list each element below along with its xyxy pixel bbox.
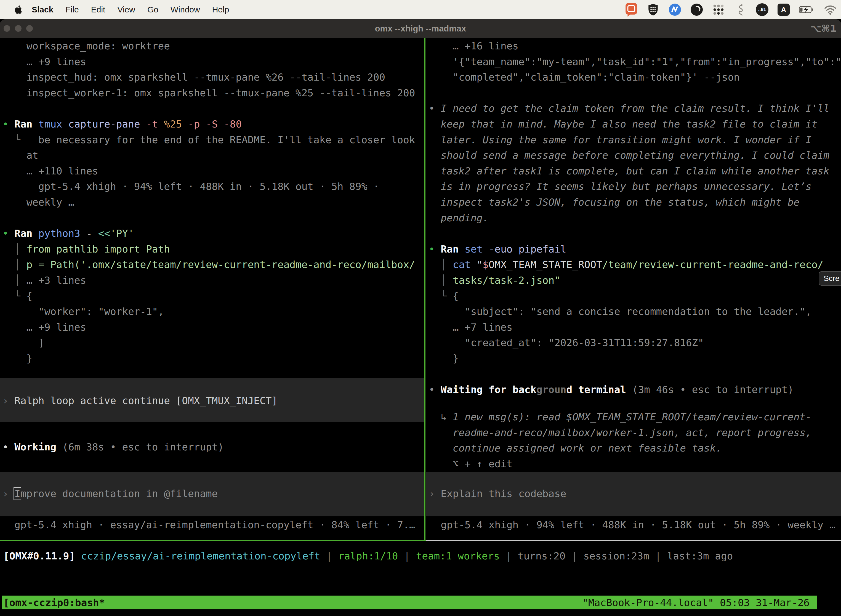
text-segment [182, 119, 188, 130]
pane-status-line: gpt-5.4 xhigh · 94% left · 488K in · 5.1… [426, 517, 841, 533]
text-segment: | [649, 550, 667, 562]
terminal-line: │ … +3 lines [0, 273, 424, 288]
terminal-line: "subject": "send a concise recommendatio… [426, 304, 841, 320]
text-segment: } [3, 353, 32, 364]
omx-status-line: [OMX#0.11.9] cczip/essay/ai-reimplementa… [0, 548, 841, 564]
menu-bar-left: Slack FileEditViewGoWindowHelp [0, 5, 229, 14]
text-segment: Ran [14, 119, 32, 130]
text-segment: gpt-5.4 xhigh · essay/ai-reimplementatio… [3, 519, 415, 531]
text-segment [32, 119, 38, 130]
shield-keypad-icon[interactable] [647, 3, 659, 16]
text-segment: inspect task2's JSON, focusing on the st… [429, 197, 800, 208]
chat-app-icon[interactable] [625, 3, 638, 17]
text-segment: " [471, 259, 483, 270]
menu-item-view[interactable]: View [117, 5, 135, 14]
text-segment: task2 after task1 is complete, but can I… [429, 165, 829, 177]
squiggle-icon[interactable] [734, 3, 747, 16]
pulse-app-icon[interactable] [668, 3, 681, 16]
text-segment: (3m 46s • esc to interrupt) [626, 384, 794, 395]
tmux-session-label: [omx-cczip0:bash* [3, 597, 105, 608]
text-segment: ↳ 1 new msg(s): read $OMX_TEAM_STATE_ROO… [429, 411, 812, 422]
terminal-line: continue assigned work or next feasible … [426, 440, 841, 456]
right-pane: … +16 lines '{"team_name":"my-team","tas… [426, 38, 841, 540]
terminal-line: is in progress? It seems likely but perh… [426, 179, 841, 195]
menu-item-help[interactable]: Help [212, 5, 229, 14]
text-segment: Ran [14, 228, 32, 239]
menu-item-window[interactable]: Window [170, 5, 200, 14]
battery-icon[interactable] [799, 6, 815, 14]
text-segment: … +7 lines [429, 321, 512, 333]
edit-hint: ⌥ + ↑ edit [426, 456, 841, 472]
text-segment: continue assigned work or next feasible … [429, 442, 722, 454]
menu-item-edit[interactable]: Edit [91, 5, 105, 14]
text-segment: ⌥ + ↑ edit [429, 458, 512, 469]
text-segment: session:23m [583, 550, 649, 562]
prompt-input-text: › Explain this codebase [426, 486, 841, 502]
text-segment: │ [429, 274, 453, 286]
text-segment: is in progress? It seems likely but perh… [429, 181, 812, 192]
text-segment: I need to get the claim token from the c… [441, 103, 829, 114]
text-segment: ralph:1/10 [338, 550, 398, 562]
count-badge-icon[interactable]: ..61 [756, 3, 768, 16]
text-segment: └ [3, 134, 38, 145]
text-segment: d terminal [567, 384, 626, 395]
terminal-line: "created_at": "2026-03-31T11:59:27.816Z" [426, 335, 841, 351]
ran-command-python: • Ran python3 - <<'PY' [0, 226, 424, 242]
terminal-line: │ p = Path('.omx/state/team/review-curre… [0, 257, 424, 273]
text-segment: tasks/task-2.json" [453, 274, 560, 286]
apple-menu-icon[interactable] [14, 5, 22, 14]
moon-app-icon[interactable] [690, 3, 703, 16]
text-segment: "created_at": "2026-03-31T11:59:27.816Z" [429, 337, 704, 348]
text-segment: readme-and-reco/mailbox/worker-1.json, a… [429, 427, 812, 438]
terminal-line: weekly … [0, 195, 424, 210]
text-segment: │ [3, 243, 26, 255]
working-status: • Working (6m 38s • esc to interrupt) [0, 439, 424, 455]
desktop: Slack FileEditViewGoWindowHelp ..61 [0, 0, 841, 616]
text-segment: … +9 lines [3, 321, 86, 333]
text-segment: { [453, 290, 459, 302]
menu-bar-status-icons: ..61 A [625, 3, 841, 17]
text-segment [200, 119, 206, 130]
text-segment: gpt-5.4 xhigh · 94% left · 488K in · 5.1… [3, 181, 379, 192]
text-segment: • [429, 243, 441, 255]
input-source-icon[interactable]: A [778, 4, 790, 16]
text-segment: OMX_TEAM_STATE_ROOT [489, 259, 602, 270]
terminal-line: "worker": "worker-1", [0, 304, 424, 320]
text-segment: groun [536, 384, 566, 395]
text-segment: be necessary for the end of the README. … [38, 134, 415, 145]
screen-tooltip: Scre [819, 271, 841, 286]
pane-divider[interactable] [424, 38, 425, 541]
text-segment: -t [146, 119, 158, 130]
dots-grid-icon[interactable] [712, 3, 725, 16]
left-pane-border [0, 540, 426, 541]
terminal-line: workspace_mode: worktree [0, 38, 424, 54]
text-segment: "subject": "send a concise recommendatio… [429, 306, 812, 317]
wifi-icon[interactable] [824, 5, 837, 15]
text-segment: $ [483, 259, 489, 270]
text-segment: • [3, 441, 14, 453]
text-segment: | [500, 550, 518, 562]
window-title: omx --xhigh --madmax [0, 19, 841, 38]
text-segment: › [3, 488, 14, 499]
terminal-line: readme-and-reco/mailbox/worker-1.json, a… [426, 425, 841, 441]
terminal-line: └ be necessary for the end of the README… [0, 132, 424, 148]
text-segment: │ [3, 259, 26, 270]
terminal-line: │ from pathlib import Path [0, 242, 424, 257]
terminal-line: inspect_hud: omx sparkshell --tmux-pane … [0, 70, 424, 85]
terminal-line: keep that in mind. Maybe I also need the… [426, 116, 841, 132]
ran-command-cat: • Ran set -euo pipefail [426, 242, 841, 257]
menu-item-file[interactable]: File [65, 5, 79, 14]
text-segment: at [3, 150, 38, 161]
text-segment: • [3, 119, 14, 130]
text-segment: ] [3, 337, 44, 348]
terminal-line: pending. [426, 210, 841, 226]
text-segment [218, 119, 224, 130]
window-titlebar[interactable]: omx --xhigh --madmax ⌥⌘1 [0, 19, 841, 38]
text-segment [483, 243, 489, 255]
text-segment: "worker": "worker-1", [3, 306, 164, 317]
terminal-line: } [0, 351, 424, 367]
menu-app-name[interactable]: Slack [32, 5, 53, 14]
tmux-host-time: "MacBook-Pro-44.local" 05:03 31-Mar-26 [582, 597, 810, 608]
menu-item-go[interactable]: Go [147, 5, 158, 14]
text-segment: p = Path('.omx/state/team/review-current… [26, 259, 415, 270]
